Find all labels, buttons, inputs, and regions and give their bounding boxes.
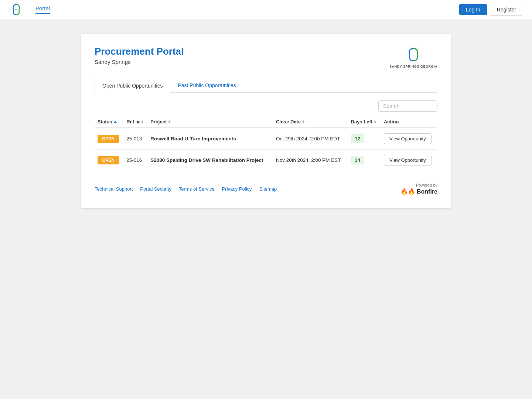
table-controls: [95, 100, 437, 112]
register-button[interactable]: Register: [490, 4, 523, 16]
close-date-sort-icon: [302, 120, 304, 123]
portal-title: Procurement Portal: [95, 46, 184, 57]
row-1-status: OPEN: [95, 150, 123, 171]
days-badge: 12: [351, 134, 364, 143]
row-1-close-date: Nov 20th 2024, 2:00 PM EST: [273, 150, 348, 171]
row-0-ref: 25-013: [123, 128, 147, 150]
col-days-left[interactable]: Days Left: [348, 116, 381, 128]
portal-logo: SANDY SPRINGS GEORGIA: [389, 46, 437, 68]
login-button[interactable]: Log In: [459, 4, 487, 15]
powered-by-label: Powered by: [416, 183, 437, 187]
logo-area: SS: [9, 2, 24, 17]
nav-portal-link[interactable]: Portal: [35, 5, 50, 14]
col-status[interactable]: Status: [95, 116, 123, 128]
ref-sort-icon: [141, 120, 143, 123]
portal-subtitle: Sandy Springs: [95, 59, 184, 65]
row-0-action: View Opportunity: [381, 128, 437, 150]
days-badge: 34: [351, 156, 364, 164]
row-0-days-left: 12: [348, 128, 381, 150]
view-opportunity-button[interactable]: View Opportunity: [384, 133, 432, 144]
table-body: OPEN 25-013 Roswell Road U-Turn Improvem…: [95, 128, 437, 171]
main-card: Procurement Portal Sandy Springs SANDY S…: [81, 34, 451, 208]
tab-past-opportunities[interactable]: Past Public Opportunities: [170, 79, 243, 93]
opportunities-table: Status Ref. #: [95, 116, 437, 171]
row-1-ref: 25-016: [123, 150, 147, 171]
row-1-days-left: 34: [348, 150, 381, 171]
portal-logo-text: SANDY SPRINGS GEORGIA: [389, 65, 437, 68]
project-sort-icon: [168, 120, 170, 123]
table-head: Status Ref. #: [95, 116, 437, 128]
col-close-date[interactable]: Close Date: [273, 116, 348, 128]
tabs-container: Open Public Opportunities Past Public Op…: [95, 79, 437, 93]
search-input[interactable]: [378, 100, 437, 112]
row-0-close-date: Oct 29th 2024, 2:00 PM EDT: [273, 128, 348, 150]
table-header-row: Status Ref. #: [95, 116, 437, 128]
col-action: Action: [381, 116, 437, 128]
powered-by: Powered by 🔥🔥 Bonfire: [400, 183, 437, 195]
status-badge: OPEN: [98, 135, 119, 143]
footer-link[interactable]: Portal Security: [140, 186, 171, 192]
row-0-status: OPEN: [95, 128, 123, 150]
status-sort-icon: [114, 121, 117, 123]
row-0-project: Roswell Road U-Turn Improvements: [147, 128, 273, 150]
card-footer: Technical SupportPortal SecurityTerms of…: [95, 183, 437, 195]
navbar-left: SS Portal: [9, 2, 50, 17]
view-opportunity-button[interactable]: View Opportunity: [384, 155, 432, 166]
sandy-springs-logo-icon: SS: [9, 2, 24, 17]
tab-open-opportunities[interactable]: Open Public Opportunities: [95, 79, 170, 93]
bonfire-text: Bonfire: [417, 188, 437, 195]
footer-links: Technical SupportPortal SecurityTerms of…: [95, 186, 277, 192]
row-1-action: View Opportunity: [381, 150, 437, 171]
bonfire-brand: 🔥🔥 Bonfire: [400, 188, 437, 195]
row-1-project: S2080 Spalding Drive SW Rehabilitation P…: [147, 150, 273, 171]
status-badge: OPEN: [98, 156, 119, 164]
footer-link[interactable]: Technical Support: [95, 186, 133, 192]
footer-link[interactable]: Sitemap: [259, 186, 277, 192]
footer-link[interactable]: Terms of Service: [179, 186, 215, 192]
bonfire-icon: 🔥🔥: [400, 188, 415, 195]
days-left-sort-icon: [374, 120, 376, 123]
portal-header-text: Procurement Portal Sandy Springs: [95, 46, 184, 65]
table-row: OPEN 25-016 S2080 Spalding Drive SW Reha…: [95, 150, 437, 171]
svg-text:SS: SS: [15, 8, 18, 11]
col-ref[interactable]: Ref. #: [123, 116, 147, 128]
col-project[interactable]: Project: [147, 116, 273, 128]
portal-logo-icon: [405, 46, 422, 64]
footer-link[interactable]: Privacy Policy: [222, 186, 252, 192]
page-wrapper: Procurement Portal Sandy Springs SANDY S…: [0, 19, 532, 223]
table-row: OPEN 25-013 Roswell Road U-Turn Improvem…: [95, 128, 437, 150]
navbar: SS Portal Log In Register: [0, 0, 532, 19]
portal-header: Procurement Portal Sandy Springs SANDY S…: [95, 46, 437, 68]
navbar-right: Log In Register: [459, 4, 523, 16]
